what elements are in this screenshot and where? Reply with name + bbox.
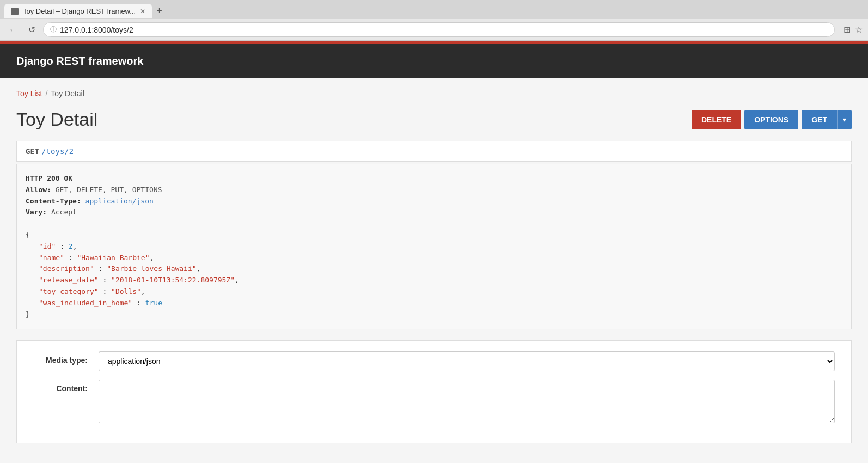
json-name-key: "name" <box>39 254 64 262</box>
json-release-line: "release_date" : "2018-01-10T13:54:22.80… <box>26 275 842 286</box>
header-content-type-key: Content-Type: <box>26 197 81 205</box>
breadcrumb-separator: / <box>45 89 47 98</box>
json-close-brace: } <box>26 309 842 320</box>
page-header: Toy Detail DELETE OPTIONS GET ▾ <box>16 109 852 130</box>
tab-bar: Toy Detail – Django REST framew... ✕ + <box>0 0 868 19</box>
json-id-val: 2 <box>69 242 73 250</box>
app-header-title: Django REST framework <box>16 55 143 67</box>
tab-favicon <box>11 8 19 15</box>
content-label: Content: <box>33 380 88 393</box>
browser-chrome: Toy Detail – Django REST framew... ✕ + ←… <box>0 0 868 41</box>
bottom-form: Media type: application/json text/html t… <box>16 340 852 443</box>
json-release-val: "2018-01-10T13:54:22.809795Z" <box>111 276 235 284</box>
json-home-val: true <box>145 299 162 307</box>
address-bar: ← ↺ ⓘ 127.0.0.1:8000/toys/2 ⊞ ☆ <box>0 19 868 40</box>
url-info-icon: ⓘ <box>50 25 57 34</box>
app-header: Django REST framework <box>0 44 868 78</box>
reload-button[interactable]: ↺ <box>25 23 39 36</box>
get-button-group: GET ▾ <box>802 110 852 129</box>
content-row: Content: <box>33 380 835 423</box>
breadcrumb-toy-list-link[interactable]: Toy List <box>16 89 42 98</box>
breadcrumb-current: Toy Detail <box>51 89 84 98</box>
http-status: HTTP 200 OK <box>26 174 72 182</box>
tab-close-button[interactable]: ✕ <box>140 8 145 15</box>
header-vary-val: Accept <box>51 208 77 216</box>
http-status-line: HTTP 200 OK <box>26 173 842 184</box>
json-category-line: "toy_category" : "Dolls", <box>26 286 842 298</box>
page-title: Toy Detail <box>16 109 97 130</box>
options-button[interactable]: OPTIONS <box>744 110 798 129</box>
json-name-line: "name" : "Hawaiian Barbie", <box>26 252 842 264</box>
json-category-key: "toy_category" <box>39 287 99 295</box>
breadcrumb: Toy List / Toy Detail <box>16 89 852 98</box>
get-dropdown-button[interactable]: ▾ <box>837 110 852 129</box>
json-desc-key: "description" <box>39 264 94 273</box>
header-allow-key: Allow: <box>26 186 51 194</box>
json-home-line: "was_included_in_home" : true <box>26 298 842 309</box>
json-id-key: "id" <box>39 242 56 250</box>
response-header-content-type: Content-Type: application/json <box>26 196 842 207</box>
page-actions: DELETE OPTIONS GET ▾ <box>692 110 852 129</box>
extensions-button[interactable]: ⊞ <box>843 24 851 35</box>
new-tab-button[interactable]: + <box>152 3 167 19</box>
response-header-allow: Allow: GET, DELETE, PUT, OPTIONS <box>26 184 842 196</box>
browser-actions: ⊞ ☆ <box>843 24 863 35</box>
response-header-vary: Vary: Accept <box>26 207 842 218</box>
favorites-button[interactable]: ☆ <box>855 24 863 35</box>
json-desc-val: "Barbie loves Hawaii" <box>107 264 196 273</box>
json-id-line: "id" : 2, <box>26 241 842 252</box>
response-area: HTTP 200 OK Allow: GET, DELETE, PUT, OPT… <box>16 164 852 329</box>
json-desc-line: "description" : "Barbie loves Hawaii", <box>26 263 842 275</box>
url-text: 127.0.0.1:8000/toys/2 <box>60 26 133 34</box>
main-content: Toy List / Toy Detail Toy Detail DELETE … <box>0 78 868 454</box>
json-home-key: "was_included_in_home" <box>39 299 132 307</box>
media-type-label: Media type: <box>33 351 88 365</box>
tab-title: Toy Detail – Django REST framew... <box>23 7 136 15</box>
json-name-val: "Hawaiian Barbie" <box>77 254 149 262</box>
json-release-key: "release_date" <box>39 276 99 284</box>
media-type-row: Media type: application/json text/html t… <box>33 351 835 371</box>
header-allow-val: GET, DELETE, PUT, OPTIONS <box>56 186 162 194</box>
url-box[interactable]: ⓘ 127.0.0.1:8000/toys/2 <box>43 22 835 37</box>
request-method: GET <box>26 147 39 156</box>
content-textarea[interactable] <box>99 380 835 423</box>
request-info: GET /toys/2 <box>16 141 852 162</box>
delete-button[interactable]: DELETE <box>692 110 741 129</box>
header-content-type-val: application/json <box>85 197 154 205</box>
json-open-brace: { <box>26 230 842 241</box>
json-category-val: "Dolls" <box>111 287 141 295</box>
request-path: /toys/2 <box>41 147 74 156</box>
media-type-select[interactable]: application/json text/html text/plain <box>99 351 835 371</box>
active-tab: Toy Detail – Django REST framew... ✕ <box>4 4 152 18</box>
header-vary-key: Vary: <box>26 208 47 216</box>
back-button[interactable]: ← <box>5 24 21 36</box>
get-button[interactable]: GET <box>802 110 837 129</box>
